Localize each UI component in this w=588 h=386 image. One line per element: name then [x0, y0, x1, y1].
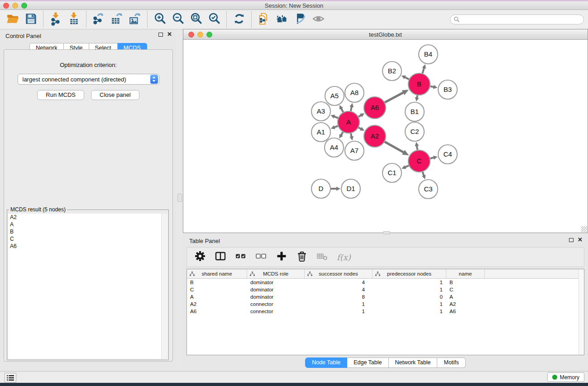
panel-splitter-handle[interactable]: [177, 194, 182, 202]
graph-node-label-A: A: [346, 118, 351, 126]
memory-button[interactable]: Memory: [547, 372, 584, 382]
graph-edge-B-B2[interactable]: [404, 77, 409, 79]
column-type-icon: [250, 272, 255, 276]
tab-node-table[interactable]: Node Table: [305, 357, 347, 368]
export-table-button[interactable]: [108, 10, 126, 29]
zoom-in-button[interactable]: [151, 10, 169, 29]
network-window-titlebar[interactable]: testGlobe.txt: [183, 29, 588, 40]
column-header-shared-name[interactable]: shared name: [187, 269, 247, 278]
toolbar-separator: [226, 11, 227, 28]
table-row[interactable]: A2 connector 1 1 A2: [187, 300, 584, 308]
delete-column-button[interactable]: [294, 249, 310, 265]
open-folder-icon: [6, 12, 20, 28]
node-table[interactable]: shared name MCDS role successor nodes pr…: [186, 269, 584, 355]
table-row[interactable]: A dominator 8 0 A: [187, 293, 584, 300]
mcds-result-list[interactable]: A2 A B C A6: [8, 214, 167, 359]
tab-edge-table[interactable]: Edge Table: [347, 357, 388, 368]
network-from-selection-button[interactable]: [255, 10, 273, 29]
column-header-name[interactable]: name: [446, 269, 485, 278]
graph-edge-A-A8[interactable]: [351, 106, 352, 111]
table-row[interactable]: B dominator 4 1 B: [187, 279, 584, 286]
table-row[interactable]: C dominator 4 1 C: [187, 286, 584, 293]
result-item[interactable]: A: [8, 221, 167, 228]
float-table-panel-icon[interactable]: [569, 238, 574, 242]
export-network-button[interactable]: [90, 10, 108, 29]
graph-edge-arrowhead: [415, 97, 419, 102]
graph-edge-A6-B[interactable]: [385, 92, 404, 102]
main-toolbar: [0, 10, 588, 29]
eye-icon: [311, 12, 325, 28]
table-scrollbar[interactable]: [578, 269, 584, 355]
close-panel-icon[interactable]: ✕: [167, 32, 172, 37]
run-mcds-button[interactable]: Run MCDS: [37, 90, 84, 100]
close-table-panel-icon[interactable]: ✕: [578, 238, 583, 242]
graph-edge-C-C2[interactable]: [417, 145, 418, 150]
result-item[interactable]: A6: [8, 243, 167, 250]
graph-node-label-A2: A2: [371, 132, 379, 140]
float-panel-icon[interactable]: [158, 33, 163, 37]
column-header-successor-nodes[interactable]: successor nodes: [305, 269, 373, 278]
result-item[interactable]: B: [8, 228, 167, 235]
horizontal-splitter-handle[interactable]: [383, 231, 390, 234]
column-header-mcds-role[interactable]: MCDS role: [247, 269, 305, 278]
column-header-predecessor-nodes[interactable]: predecessor nodes: [373, 269, 446, 278]
criterion-select[interactable]: largest connected component (directed): [18, 74, 159, 85]
split-view-button[interactable]: [213, 249, 228, 265]
select-all-button[interactable]: [233, 249, 249, 265]
graph-node-label-C: C: [417, 157, 422, 165]
export-image-button[interactable]: [126, 10, 144, 29]
resize-grip-icon[interactable]: [581, 226, 587, 232]
task-history-button[interactable]: [5, 373, 16, 382]
graph-edge-arrowhead: [433, 156, 438, 160]
search-field[interactable]: [450, 14, 584, 24]
result-item[interactable]: A2: [8, 214, 167, 221]
hide-panel-button[interactable]: [291, 10, 309, 29]
export-network-icon: [92, 12, 106, 28]
zoom-selected-button[interactable]: [205, 10, 223, 29]
column-type-icon: [190, 272, 195, 276]
memory-label: Memory: [560, 374, 579, 381]
graph-edge-B-B4[interactable]: [422, 67, 424, 73]
table-settings-button[interactable]: [192, 249, 208, 265]
mcds-result-group: MCDS result (5 nodes) A2 A B C A6: [7, 206, 169, 360]
graph-node-label-C4: C4: [443, 150, 452, 158]
table-panel-title: Table Panel: [189, 238, 220, 244]
graph-edge-A2-C[interactable]: [385, 142, 404, 152]
function-builder-icon[interactable]: f(x): [335, 253, 351, 262]
network-canvas[interactable]: AA1A2A3A4A5A6A7A8BB1B2B3B4CC1C2C3C4DD1: [183, 40, 588, 233]
tab-motifs[interactable]: Motifs: [437, 357, 465, 368]
apply-layout-button[interactable]: [230, 10, 248, 29]
import-network-button[interactable]: [47, 10, 65, 29]
zoom-out-icon: [171, 12, 185, 28]
memory-status-icon: [552, 375, 557, 380]
result-scrollbar[interactable]: [161, 214, 167, 359]
tab-network-table[interactable]: Network Table: [389, 357, 438, 368]
graph-node-label-A1: A1: [317, 128, 325, 136]
graph-node-label-A8: A8: [350, 89, 359, 96]
zoom-fit-button[interactable]: [187, 10, 205, 29]
save-session-button[interactable]: [22, 10, 40, 29]
graph-node-label-A6: A6: [371, 104, 379, 111]
graph-edge-A-A3[interactable]: [334, 116, 338, 118]
export-table-icon: [110, 12, 124, 28]
close-panel-button[interactable]: Close panel: [91, 90, 139, 100]
graph-edge-A-A5[interactable]: [341, 108, 343, 112]
trash-icon: [295, 249, 309, 265]
table-toolbar: f(x): [186, 247, 584, 267]
home-button[interactable]: [273, 10, 291, 29]
deselect-all-button[interactable]: [253, 249, 269, 265]
criterion-value: largest connected component (directed): [23, 76, 150, 83]
search-icon: [454, 16, 460, 23]
result-item[interactable]: C: [8, 235, 167, 243]
open-session-button[interactable]: [4, 10, 22, 29]
hide-flag-icon: [293, 12, 307, 28]
delete-table-button[interactable]: [315, 249, 330, 265]
search-input[interactable]: [460, 15, 583, 24]
add-column-button[interactable]: [274, 249, 289, 265]
table-row[interactable]: A6 connector 1 1 A6: [187, 308, 584, 315]
import-table-button[interactable]: [65, 10, 83, 29]
show-hide-button[interactable]: [309, 10, 327, 29]
export-image-icon: [128, 12, 142, 28]
status-bar: Memory: [0, 371, 588, 383]
zoom-out-button[interactable]: [169, 10, 187, 29]
